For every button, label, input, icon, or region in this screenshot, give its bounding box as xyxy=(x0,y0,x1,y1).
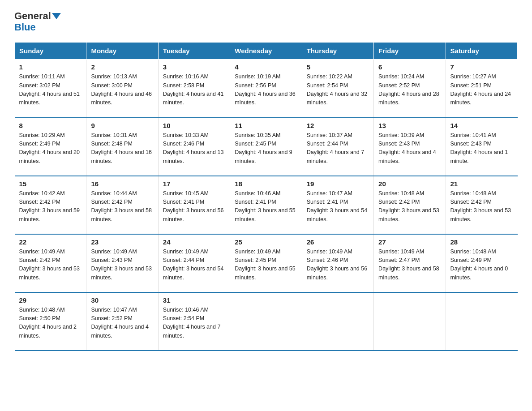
day-cell-31: 31 Sunrise: 10:46 AMSunset: 2:54 PMDayli… xyxy=(158,292,230,351)
day-cell-1: 1 Sunrise: 10:11 AMSunset: 3:02 PMDaylig… xyxy=(15,60,86,118)
day-number: 21 xyxy=(450,180,513,188)
weekday-header-thursday: Thursday xyxy=(302,43,373,60)
day-cell-16: 16 Sunrise: 10:44 AMSunset: 2:42 PMDayli… xyxy=(86,176,158,234)
day-number: 17 xyxy=(163,180,225,188)
day-info: Sunrise: 10:31 AMSunset: 2:48 PMDaylight… xyxy=(91,132,152,164)
day-cell-14: 14 Sunrise: 10:41 AMSunset: 2:43 PMDayli… xyxy=(446,118,517,176)
weekday-header-row: SundayMondayTuesdayWednesdayThursdayFrid… xyxy=(15,43,518,60)
day-info: Sunrise: 10:49 AMSunset: 2:46 PMDaylight… xyxy=(307,248,368,281)
day-info: Sunrise: 10:22 AMSunset: 2:54 PMDaylight… xyxy=(307,73,368,106)
week-row-3: 15 Sunrise: 10:42 AMSunset: 2:42 PMDayli… xyxy=(15,176,518,234)
day-info: Sunrise: 10:37 AMSunset: 2:44 PMDaylight… xyxy=(307,132,365,164)
day-info: Sunrise: 10:19 AMSunset: 2:56 PMDaylight… xyxy=(235,73,296,106)
day-info: Sunrise: 10:33 AMSunset: 2:46 PMDaylight… xyxy=(163,132,224,164)
day-cell-5: 5 Sunrise: 10:22 AMSunset: 2:54 PMDaylig… xyxy=(302,60,373,118)
logo: General Blue xyxy=(14,11,61,33)
day-cell-15: 15 Sunrise: 10:42 AMSunset: 2:42 PMDayli… xyxy=(15,176,86,234)
day-info: Sunrise: 10:49 AMSunset: 2:44 PMDaylight… xyxy=(163,248,224,281)
logo-blue: Blue xyxy=(14,21,36,33)
page-header: General Blue xyxy=(14,11,518,33)
day-number: 16 xyxy=(91,180,153,188)
day-number: 10 xyxy=(163,122,225,129)
calendar-table: SundayMondayTuesdayWednesdayThursdayFrid… xyxy=(14,42,518,351)
logo-triangle-icon xyxy=(52,13,61,19)
day-number: 30 xyxy=(91,296,153,304)
day-number: 20 xyxy=(378,180,441,188)
day-cell-10: 10 Sunrise: 10:33 AMSunset: 2:46 PMDayli… xyxy=(158,118,230,176)
day-number: 3 xyxy=(163,63,225,71)
day-cell-26: 26 Sunrise: 10:49 AMSunset: 2:46 PMDayli… xyxy=(302,234,373,292)
day-info: Sunrise: 10:44 AMSunset: 2:42 PMDaylight… xyxy=(91,190,152,223)
day-cell-6: 6 Sunrise: 10:24 AMSunset: 2:52 PMDaylig… xyxy=(374,60,446,118)
weekday-header-monday: Monday xyxy=(86,43,158,60)
weekday-header-friday: Friday xyxy=(374,43,446,60)
day-cell-11: 11 Sunrise: 10:35 AMSunset: 2:45 PMDayli… xyxy=(230,118,302,176)
day-info: Sunrise: 10:42 AMSunset: 2:42 PMDaylight… xyxy=(19,190,80,223)
day-cell-2: 2 Sunrise: 10:13 AMSunset: 3:00 PMDaylig… xyxy=(86,60,158,118)
day-number: 18 xyxy=(235,180,297,188)
week-row-2: 8 Sunrise: 10:29 AMSunset: 2:49 PMDaylig… xyxy=(15,118,518,176)
day-info: Sunrise: 10:35 AMSunset: 2:45 PMDaylight… xyxy=(235,132,292,164)
day-info: Sunrise: 10:45 AMSunset: 2:41 PMDaylight… xyxy=(163,190,224,223)
day-cell-19: 19 Sunrise: 10:47 AMSunset: 2:41 PMDayli… xyxy=(302,176,373,234)
day-cell-8: 8 Sunrise: 10:29 AMSunset: 2:49 PMDaylig… xyxy=(15,118,86,176)
day-number: 11 xyxy=(235,122,297,129)
day-info: Sunrise: 10:47 AMSunset: 2:52 PMDaylight… xyxy=(91,307,149,339)
day-cell-empty xyxy=(374,292,446,351)
day-cell-20: 20 Sunrise: 10:48 AMSunset: 2:42 PMDayli… xyxy=(374,176,446,234)
day-cell-27: 27 Sunrise: 10:49 AMSunset: 2:47 PMDayli… xyxy=(374,234,446,292)
day-cell-empty xyxy=(230,292,302,351)
day-info: Sunrise: 10:13 AMSunset: 3:00 PMDaylight… xyxy=(91,73,152,106)
day-cell-13: 13 Sunrise: 10:39 AMSunset: 2:43 PMDayli… xyxy=(374,118,446,176)
day-info: Sunrise: 10:49 AMSunset: 2:45 PMDaylight… xyxy=(235,248,296,281)
day-number: 6 xyxy=(378,63,441,71)
day-number: 26 xyxy=(307,238,369,246)
day-info: Sunrise: 10:49 AMSunset: 2:43 PMDaylight… xyxy=(91,248,152,281)
day-number: 14 xyxy=(450,122,513,129)
day-number: 13 xyxy=(378,122,441,129)
day-info: Sunrise: 10:47 AMSunset: 2:41 PMDaylight… xyxy=(307,190,368,223)
day-cell-22: 22 Sunrise: 10:49 AMSunset: 2:42 PMDayli… xyxy=(15,234,86,292)
day-cell-23: 23 Sunrise: 10:49 AMSunset: 2:43 PMDayli… xyxy=(86,234,158,292)
day-cell-empty xyxy=(446,292,517,351)
day-cell-30: 30 Sunrise: 10:47 AMSunset: 2:52 PMDayli… xyxy=(86,292,158,351)
day-info: Sunrise: 10:24 AMSunset: 2:52 PMDaylight… xyxy=(378,73,439,106)
week-row-5: 29 Sunrise: 10:48 AMSunset: 2:50 PMDayli… xyxy=(15,292,518,351)
day-info: Sunrise: 10:41 AMSunset: 2:43 PMDaylight… xyxy=(450,132,508,164)
day-cell-17: 17 Sunrise: 10:45 AMSunset: 2:41 PMDayli… xyxy=(158,176,230,234)
day-number: 15 xyxy=(19,180,82,188)
day-number: 2 xyxy=(91,63,153,71)
day-info: Sunrise: 10:11 AMSunset: 3:02 PMDaylight… xyxy=(19,73,80,106)
day-number: 24 xyxy=(163,238,225,246)
day-info: Sunrise: 10:49 AMSunset: 2:42 PMDaylight… xyxy=(19,248,80,281)
day-info: Sunrise: 10:48 AMSunset: 2:50 PMDaylight… xyxy=(19,307,77,339)
day-cell-25: 25 Sunrise: 10:49 AMSunset: 2:45 PMDayli… xyxy=(230,234,302,292)
day-number: 28 xyxy=(450,238,513,246)
day-number: 5 xyxy=(307,63,369,71)
day-info: Sunrise: 10:48 AMSunset: 2:42 PMDaylight… xyxy=(450,190,511,223)
day-cell-24: 24 Sunrise: 10:49 AMSunset: 2:44 PMDayli… xyxy=(158,234,230,292)
day-number: 4 xyxy=(235,63,297,71)
week-row-4: 22 Sunrise: 10:49 AMSunset: 2:42 PMDayli… xyxy=(15,234,518,292)
day-number: 22 xyxy=(19,238,82,246)
day-number: 7 xyxy=(450,63,513,71)
day-number: 31 xyxy=(163,296,225,304)
day-number: 23 xyxy=(91,238,153,246)
day-info: Sunrise: 10:29 AMSunset: 2:49 PMDaylight… xyxy=(19,132,80,164)
day-info: Sunrise: 10:27 AMSunset: 2:51 PMDaylight… xyxy=(450,73,511,106)
weekday-header-wednesday: Wednesday xyxy=(230,43,302,60)
day-cell-21: 21 Sunrise: 10:48 AMSunset: 2:42 PMDayli… xyxy=(446,176,517,234)
weekday-header-saturday: Saturday xyxy=(446,43,517,60)
day-cell-4: 4 Sunrise: 10:19 AMSunset: 2:56 PMDaylig… xyxy=(230,60,302,118)
weekday-header-sunday: Sunday xyxy=(15,43,86,60)
day-info: Sunrise: 10:39 AMSunset: 2:43 PMDaylight… xyxy=(378,132,436,164)
day-cell-empty xyxy=(302,292,373,351)
day-cell-7: 7 Sunrise: 10:27 AMSunset: 2:51 PMDaylig… xyxy=(446,60,517,118)
day-number: 29 xyxy=(19,296,82,304)
day-info: Sunrise: 10:16 AMSunset: 2:58 PMDaylight… xyxy=(163,73,224,106)
day-cell-29: 29 Sunrise: 10:48 AMSunset: 2:50 PMDayli… xyxy=(15,292,86,351)
day-cell-12: 12 Sunrise: 10:37 AMSunset: 2:44 PMDayli… xyxy=(302,118,373,176)
day-number: 25 xyxy=(235,238,297,246)
day-info: Sunrise: 10:46 AMSunset: 2:41 PMDaylight… xyxy=(235,190,296,223)
logo-general: General xyxy=(14,11,51,21)
